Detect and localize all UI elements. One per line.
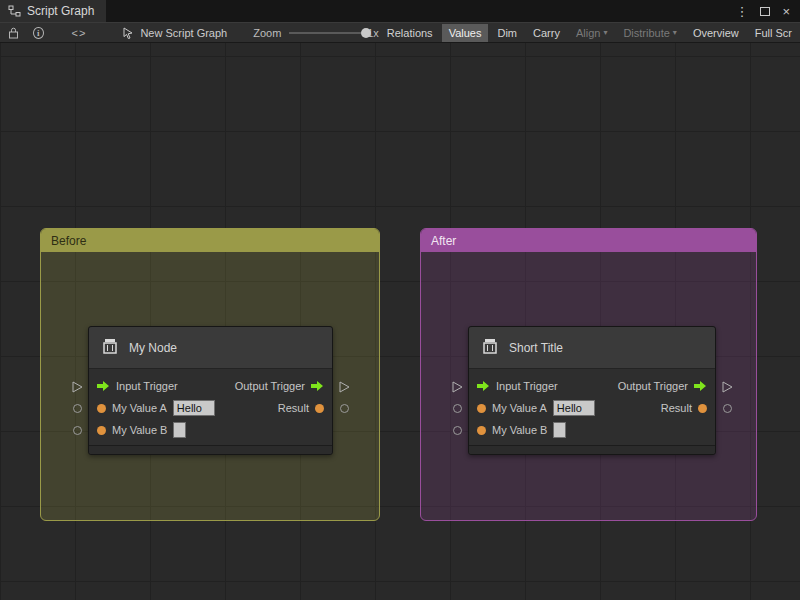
script-graph-window: Script Graph ⋮ × i <> New Script Graph Z…: [0, 0, 800, 600]
graph-reference[interactable]: New Script Graph: [122, 27, 227, 39]
value-a-field[interactable]: [173, 400, 215, 416]
graph-canvas[interactable]: Before After My Node: [0, 43, 800, 600]
maximize-icon[interactable]: [760, 7, 770, 16]
value-a-field[interactable]: [553, 400, 595, 416]
port-row-triggers: Input Trigger Output Trigger: [89, 375, 332, 397]
output-trigger-port[interactable]: Output Trigger: [235, 380, 324, 392]
distribute-button[interactable]: Distribute ▾: [616, 24, 683, 42]
unit-icon: [100, 336, 120, 359]
graph-name-label: New Script Graph: [140, 27, 227, 39]
value-port-icon: [477, 426, 486, 435]
node-my-node-header[interactable]: My Node: [89, 327, 332, 369]
code-view-icon[interactable]: <>: [72, 27, 87, 39]
output-trigger-label: Output Trigger: [235, 380, 305, 392]
trigger-arrow-icon: [694, 380, 707, 392]
carry-button-label: Carry: [533, 27, 560, 39]
close-icon[interactable]: ×: [782, 5, 790, 18]
external-output-trigger-port[interactable]: [722, 381, 733, 393]
value-b-field[interactable]: [173, 422, 186, 438]
values-button[interactable]: Values: [442, 24, 489, 42]
result-port[interactable]: Result: [278, 402, 324, 414]
window-controls: ⋮ ×: [735, 0, 800, 22]
relations-button-label: Relations: [387, 27, 433, 39]
value-b-port[interactable]: My Value B: [477, 422, 566, 438]
group-before-header[interactable]: Before: [41, 229, 379, 252]
zoom-slider-track: [289, 32, 361, 34]
chevron-down-icon: ▾: [673, 28, 677, 37]
node-title: My Node: [129, 341, 177, 355]
external-value-b-port[interactable]: [453, 426, 462, 435]
values-button-label: Values: [449, 27, 482, 39]
external-value-a-port[interactable]: [453, 404, 462, 413]
unit-icon: [480, 336, 500, 359]
output-trigger-label: Output Trigger: [618, 380, 688, 392]
zoom-slider[interactable]: [289, 28, 361, 38]
trigger-arrow-icon: [97, 380, 110, 392]
fullscreen-button-label: Full Scr: [755, 27, 792, 39]
zoom-label: Zoom: [253, 27, 281, 39]
node-footer: [469, 445, 715, 454]
port-row-value-b: My Value B: [89, 419, 332, 441]
tab-title: Script Graph: [27, 4, 94, 18]
input-trigger-label: Input Trigger: [496, 380, 558, 392]
graph-toolbar: i <> New Script Graph Zoom 1x Relations …: [0, 22, 800, 43]
tab-script-graph[interactable]: Script Graph: [0, 0, 106, 22]
overview-button-label: Overview: [693, 27, 739, 39]
value-b-field[interactable]: [553, 422, 566, 438]
node-title: Short Title: [509, 341, 563, 355]
tab-bar: Script Graph ⋮ ×: [0, 0, 800, 22]
node-short-title[interactable]: Short Title Input Trigger Output Trigger: [468, 326, 716, 455]
value-port-icon: [698, 404, 707, 413]
value-b-label: My Value B: [492, 424, 547, 436]
external-input-trigger-port[interactable]: [72, 381, 83, 393]
value-a-port[interactable]: My Value A: [477, 400, 595, 416]
group-after-title: After: [431, 234, 456, 248]
group-before-title: Before: [51, 234, 86, 248]
node-body: Input Trigger Output Trigger My Value A: [89, 369, 332, 445]
port-row-value-b: My Value B: [469, 419, 715, 441]
distribute-button-label: Distribute: [623, 27, 669, 39]
output-trigger-port[interactable]: Output Trigger: [618, 380, 707, 392]
dim-button-label: Dim: [497, 27, 517, 39]
value-a-port[interactable]: My Value A: [97, 400, 215, 416]
input-trigger-label: Input Trigger: [116, 380, 178, 392]
value-b-label: My Value B: [112, 424, 167, 436]
node-body: Input Trigger Output Trigger My Value A: [469, 369, 715, 445]
value-b-port[interactable]: My Value B: [97, 422, 186, 438]
carry-button[interactable]: Carry: [526, 24, 567, 42]
node-short-title-header[interactable]: Short Title: [469, 327, 715, 369]
value-a-label: My Value A: [112, 402, 167, 414]
external-input-trigger-port[interactable]: [452, 381, 463, 393]
relations-button[interactable]: Relations: [380, 24, 440, 42]
info-icon[interactable]: i: [33, 27, 44, 39]
lock-icon[interactable]: [8, 27, 19, 39]
node-my-node[interactable]: My Node Input Trigger Output Trigger: [88, 326, 333, 455]
input-trigger-port[interactable]: Input Trigger: [97, 380, 178, 392]
zoom-slider-knob[interactable]: [361, 28, 371, 38]
graph-pointer-icon: [122, 27, 134, 39]
result-label: Result: [661, 402, 692, 414]
chevron-down-icon: ▾: [603, 28, 607, 37]
kebab-menu-icon[interactable]: ⋮: [735, 5, 748, 18]
align-button[interactable]: Align ▾: [569, 24, 614, 42]
node-footer: [89, 445, 332, 454]
external-value-a-port[interactable]: [73, 404, 82, 413]
value-port-icon: [315, 404, 324, 413]
external-value-b-port[interactable]: [73, 426, 82, 435]
input-trigger-port[interactable]: Input Trigger: [477, 380, 558, 392]
trigger-arrow-icon: [311, 380, 324, 392]
group-after-header[interactable]: After: [421, 229, 756, 252]
overview-button[interactable]: Overview: [686, 24, 746, 42]
dim-button[interactable]: Dim: [490, 24, 524, 42]
external-result-port[interactable]: [340, 404, 349, 413]
value-a-label: My Value A: [492, 402, 547, 414]
external-result-port[interactable]: [723, 404, 732, 413]
trigger-arrow-icon: [477, 380, 490, 392]
value-port-icon: [97, 404, 106, 413]
result-port[interactable]: Result: [661, 402, 707, 414]
port-row-triggers: Input Trigger Output Trigger: [469, 375, 715, 397]
script-graph-icon: [8, 5, 21, 17]
external-output-trigger-port[interactable]: [339, 381, 350, 393]
fullscreen-button[interactable]: Full Scr: [748, 24, 799, 42]
port-row-value-a: My Value A Result: [89, 397, 332, 419]
